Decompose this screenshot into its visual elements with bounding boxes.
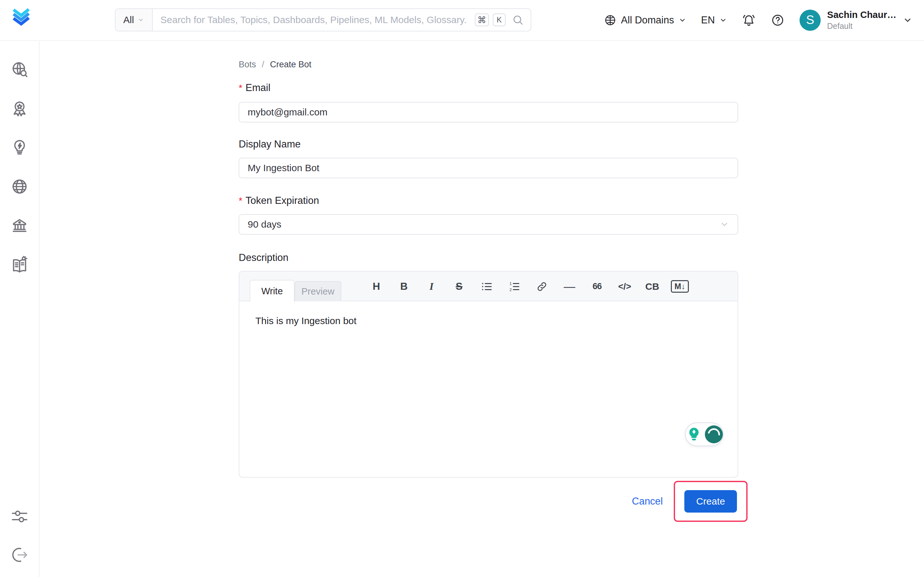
search-scope-value: All (123, 15, 134, 25)
numbered-list-icon: 1 2 (508, 280, 520, 293)
globe-icon (604, 14, 617, 27)
breadcrumb-bots[interactable]: Bots (239, 60, 256, 69)
code-button[interactable]: </> (612, 276, 637, 297)
link-button[interactable] (529, 276, 554, 297)
markdown-button[interactable]: M↓ (667, 276, 692, 297)
svg-text:2: 2 (509, 287, 512, 292)
sidebar-item-settings[interactable] (10, 508, 29, 526)
breadcrumb-create-bot: Create Bot (270, 60, 312, 69)
k-key-badge: K (493, 13, 506, 26)
globe-grid-icon (11, 177, 29, 195)
user-menu[interactable]: S Sachin Chaur… Default (800, 10, 913, 31)
create-button[interactable]: Create (684, 490, 737, 513)
sidebar-item-quality[interactable] (10, 99, 29, 118)
chevron-down-icon (903, 15, 913, 25)
numbered-list-button[interactable]: 1 2 (502, 276, 527, 297)
breadcrumb-separator: / (262, 60, 264, 69)
required-marker: * (239, 83, 242, 93)
display-name-field[interactable] (239, 158, 738, 178)
bold-button[interactable]: B (391, 276, 417, 297)
description-editor: Write Preview H B I S (239, 271, 738, 478)
display-name-label: Display Name (239, 139, 300, 150)
sidebar-item-insights[interactable] (10, 138, 29, 157)
breadcrumb: Bots / Create Bot (239, 60, 312, 69)
cmd-key-badge: ⌘ (475, 13, 489, 26)
app-logo[interactable] (11, 6, 31, 27)
email-label: *Email (239, 82, 270, 93)
ai-lightbulb-icon[interactable] (686, 426, 702, 443)
sliders-icon (11, 508, 29, 526)
layers-logo-icon (11, 6, 31, 27)
language-dropdown[interactable]: EN (701, 15, 727, 26)
medal-icon (11, 99, 29, 117)
app-root: All ⌘ K All Domains EN (0, 0, 924, 577)
chevron-down-icon (137, 16, 144, 23)
header-right-cluster: All Domains EN (604, 0, 913, 40)
cancel-button[interactable]: Cancel (632, 496, 663, 507)
sidebar-item-logout[interactable] (10, 546, 29, 564)
language-label: EN (701, 15, 715, 26)
bank-icon (11, 217, 29, 235)
form-actions: Cancel Create (239, 481, 748, 522)
top-header: All ⌘ K All Domains EN (0, 0, 924, 41)
annotation-highlight-box: Create (674, 481, 748, 522)
heading-button[interactable]: H (364, 276, 389, 297)
search-icon[interactable] (512, 14, 523, 26)
italic-button[interactable]: I (419, 276, 444, 297)
chevron-down-icon (720, 219, 729, 229)
tab-write[interactable]: Write (250, 280, 294, 302)
markdown-icon: M↓ (671, 280, 688, 293)
ai-loading-spinner[interactable] (705, 425, 723, 443)
required-marker: * (239, 195, 242, 206)
search-input[interactable] (153, 15, 475, 25)
strikethrough-button[interactable]: S (447, 276, 472, 297)
open-book-icon (11, 256, 29, 274)
bell-icon (742, 13, 756, 27)
help-button[interactable] (771, 13, 785, 27)
token-expiration-label: *Token Expiration (239, 195, 319, 206)
user-team: Default (827, 21, 897, 31)
bullet-list-button[interactable] (474, 276, 499, 297)
editor-header: Write Preview H B I S (239, 271, 738, 301)
svg-text:1: 1 (509, 281, 512, 285)
horizontal-rule-button[interactable]: — (557, 276, 582, 297)
left-sidebar (0, 41, 39, 577)
logout-icon (11, 546, 29, 564)
tab-preview[interactable]: Preview (294, 281, 341, 301)
notifications-button[interactable] (742, 13, 756, 27)
help-icon (771, 13, 785, 27)
domains-dropdown[interactable]: All Domains (604, 14, 686, 27)
editor-body: This is my Ingestion bot (239, 301, 738, 477)
email-field[interactable] (239, 102, 738, 122)
quote-button[interactable]: 66 (585, 276, 610, 297)
editor-toolbar: H B I S 1 2 (364, 271, 692, 301)
sidebar-item-domains[interactable] (10, 177, 29, 196)
sidebar-item-knowledge[interactable] (10, 255, 29, 274)
token-expiration-value: 90 days (248, 219, 281, 230)
avatar: S (800, 10, 821, 31)
domains-label: All Domains (621, 15, 674, 26)
code-block-button[interactable]: CB (640, 276, 665, 297)
ai-assist-widget (685, 422, 724, 446)
token-expiration-select[interactable]: 90 days (239, 214, 738, 235)
search-scope-select[interactable]: All (115, 9, 153, 31)
sidebar-item-explore[interactable] (10, 60, 29, 79)
global-search: All ⌘ K (115, 8, 531, 31)
chevron-down-icon (678, 16, 686, 24)
globe-search-icon (11, 60, 29, 78)
bullet-list-icon (481, 280, 493, 293)
description-label: Description (239, 252, 288, 263)
link-icon (536, 280, 548, 293)
description-editor-area[interactable]: This is my Ingestion bot (255, 314, 711, 327)
sidebar-item-govern[interactable] (10, 216, 29, 235)
user-name: Sachin Chaur… (827, 10, 897, 20)
chevron-down-icon (719, 16, 727, 24)
lightbulb-bolt-icon (11, 139, 29, 156)
